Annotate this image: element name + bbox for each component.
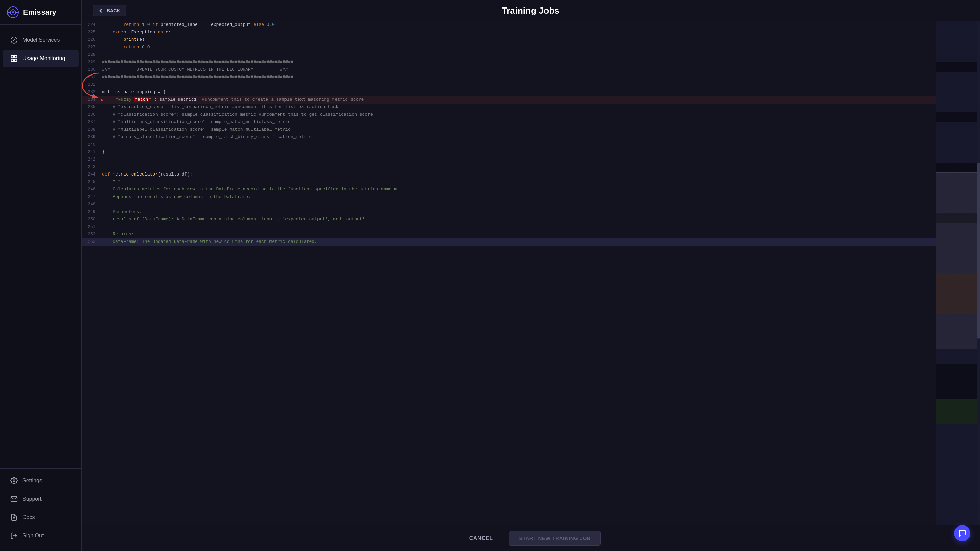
minimap-scrollbar: [977, 21, 980, 525]
model-services-label: Model Services: [22, 37, 60, 43]
emissary-logo-icon: [7, 6, 19, 18]
svg-rect-10: [14, 59, 17, 61]
start-training-button[interactable]: START NEW TRAINING JOB: [509, 531, 601, 546]
code-line-230: 230 ### UPDATE YOUR CUSTOM METRICS IN TH…: [82, 66, 936, 74]
code-line-234: 234 ▶ "Fuzzy Match" : sample_metric1 #un…: [82, 96, 936, 104]
cancel-button[interactable]: CANCEL: [461, 531, 501, 546]
svg-rect-8: [14, 56, 17, 58]
code-line-244: 244 def metric_calculator(results_df):: [82, 171, 936, 179]
sign-out-label: Sign Out: [22, 533, 43, 539]
code-line-248: 248: [82, 201, 936, 208]
svg-point-11: [13, 480, 15, 482]
sidebar-item-usage-monitoring[interactable]: Usage Monitoring: [3, 50, 79, 67]
sidebar-bottom: Settings Support Docs: [0, 468, 81, 551]
chat-fab-button[interactable]: [954, 525, 970, 541]
arrow-indicator: ▶: [101, 96, 103, 104]
svg-rect-7: [11, 56, 13, 58]
page-title: Training Jobs: [134, 5, 927, 16]
docs-label: Docs: [22, 514, 35, 520]
code-line-239: 239 # "binary_classification_score" : sa…: [82, 134, 936, 141]
code-line-238: 238 # "multilabel_classification_score":…: [82, 126, 936, 134]
code-line-241: 241 }: [82, 149, 936, 156]
code-line-252: 252 Returns:: [82, 231, 936, 238]
back-label: BACK: [107, 8, 120, 13]
sidebar-item-settings[interactable]: Settings: [3, 472, 79, 489]
code-line-246: 246 Calculates metrics for each row in t…: [82, 186, 936, 194]
code-line-253: 253 DataFrame: The updated DataFrame wit…: [82, 238, 936, 246]
code-line-240: 240: [82, 141, 936, 149]
svg-point-2: [12, 11, 14, 13]
app-name: Emissary: [23, 8, 56, 17]
code-line-233: 233 metrics_name_mapping = {: [82, 89, 936, 96]
dashboard-icon: [10, 55, 18, 62]
page-header: BACK Training Jobs: [82, 0, 980, 21]
rocket-icon: [10, 37, 18, 44]
chat-icon: [958, 529, 966, 537]
code-line-225: 225 except Exception as e:: [82, 29, 936, 37]
main-content: BACK Training Jobs 224 return 1.0 if pre…: [82, 0, 980, 551]
email-icon: [10, 495, 18, 503]
code-line-235: 235 # "extraction_score": list_compariso…: [82, 104, 936, 111]
code-editor[interactable]: 224 return 1.0 if predicted_label == exp…: [82, 21, 936, 525]
support-label: Support: [22, 496, 41, 502]
minimap-viewport: [936, 172, 980, 349]
code-line-243: 243: [82, 164, 936, 171]
usage-monitoring-label: Usage Monitoring: [22, 56, 65, 62]
minimap-scrollbar-thumb[interactable]: [977, 163, 980, 339]
code-line-227: 227 return 0.0: [82, 44, 936, 51]
chevron-left-icon: [98, 8, 104, 13]
gear-icon: [10, 477, 18, 484]
code-line-232: 232: [82, 81, 936, 89]
settings-label: Settings: [22, 478, 42, 484]
sidebar-item-support[interactable]: Support: [3, 491, 79, 508]
code-line-226: 226 print(e): [82, 37, 936, 44]
code-line-245: 245 """: [82, 179, 936, 186]
code-line-250: 250 results_df (DataFrame): A DataFrame …: [82, 216, 936, 224]
sidebar-nav: Model Services Usage Monitoring: [0, 25, 81, 468]
sidebar-item-docs[interactable]: Docs: [3, 509, 79, 526]
signout-icon: [10, 532, 18, 540]
sidebar-item-model-services[interactable]: Model Services: [3, 32, 79, 49]
code-line-228: 228: [82, 51, 936, 59]
docs-icon: [10, 514, 18, 521]
code-line-236: 236 # "classification_score": sample_cla…: [82, 111, 936, 119]
code-line-237: 237 # "multiclass_classification_score":…: [82, 119, 936, 126]
svg-rect-9: [11, 59, 13, 61]
back-button[interactable]: BACK: [92, 5, 126, 16]
code-line-251: 251: [82, 224, 936, 231]
minimap: [936, 21, 980, 525]
code-line-249: 249 Parameters:: [82, 208, 936, 216]
code-line-224: 224 return 1.0 if predicted_label == exp…: [82, 21, 936, 29]
sidebar-item-sign-out[interactable]: Sign Out: [3, 527, 79, 544]
sidebar-logo: Emissary: [0, 0, 81, 25]
code-line-242: 242: [82, 156, 936, 164]
code-container: 224 return 1.0 if predicted_label == exp…: [82, 21, 980, 525]
code-line-247: 247 Appends the results as new columns i…: [82, 194, 936, 201]
page-footer: CANCEL START NEW TRAINING JOB: [82, 525, 980, 551]
code-line-231: 231 ####################################…: [82, 74, 936, 81]
sidebar: Emissary Model Services Usage Monitoring: [0, 0, 82, 551]
code-line-229: 229 ####################################…: [82, 59, 936, 66]
